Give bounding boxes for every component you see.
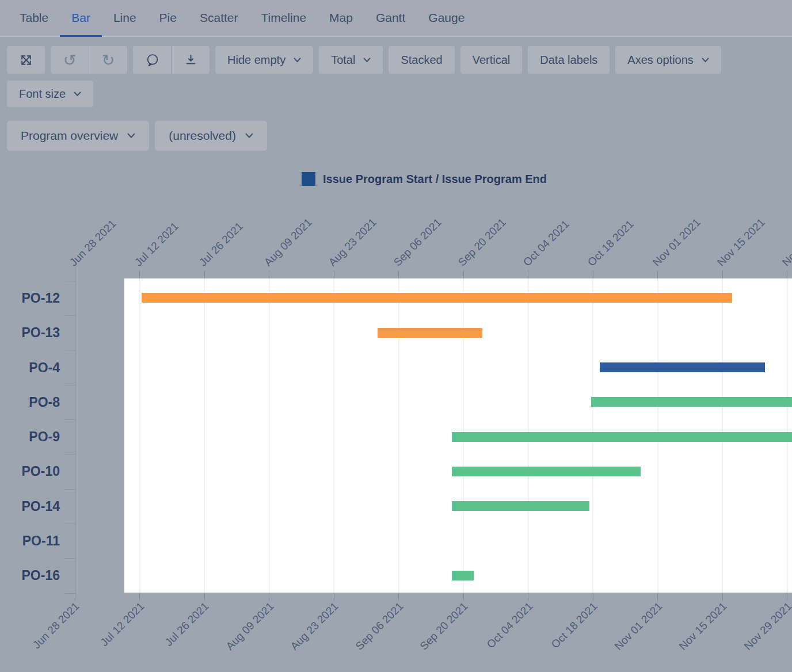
x-axis-label-top: Sep 20 2021 [455, 216, 509, 269]
font-size-label: Font size [19, 87, 66, 101]
toolbar-row1: ↺ ↻ Hide empty Total Sta [7, 46, 721, 74]
total-button[interactable]: Total [319, 46, 383, 74]
chevron-down-icon [702, 58, 709, 63]
bar-chart: Jun 28 2021Jun 28 2021Jul 12 2021Jul 12 … [0, 0, 792, 672]
y-axis-label-po-10: PO-10 [10, 464, 60, 479]
x-axis-label-bottom: Aug 09 2021 [223, 600, 276, 653]
bar-po-8[interactable] [591, 397, 792, 407]
axes-options-button[interactable]: Axes options [615, 46, 721, 74]
x-axis-label-top: Nov 15 2021 [714, 216, 768, 269]
download-button[interactable] [172, 46, 210, 74]
data-labels-button[interactable]: Data labels [528, 46, 610, 74]
report-select[interactable]: Program overview [7, 121, 149, 151]
chevron-down-icon [294, 58, 301, 63]
x-axis-label-bottom: Oct 04 2021 [483, 600, 535, 651]
expand-button[interactable] [7, 46, 45, 74]
chevron-down-icon [363, 58, 371, 63]
bar-po-14[interactable] [452, 501, 589, 511]
x-axis-label-bottom: Aug 23 2021 [288, 600, 341, 653]
gridline [269, 278, 270, 593]
bar-po-12[interactable] [142, 293, 732, 303]
y-axis-tick [65, 558, 75, 559]
y-axis-tick [65, 385, 75, 385]
tab-timeline[interactable]: Timeline [249, 0, 318, 36]
x-axis-tick-bottom [787, 593, 787, 601]
vertical-button[interactable]: Vertical [460, 46, 523, 74]
undo-button[interactable]: ↺ [51, 46, 89, 74]
y-axis-tick [65, 524, 75, 524]
axes-options-label: Axes options [627, 54, 694, 67]
x-axis-tick-top [657, 270, 658, 278]
x-axis-label-top: Oct 04 2021 [520, 217, 572, 269]
x-axis-tick-top [398, 270, 399, 278]
toolbar-row2: Font size [7, 81, 93, 107]
resolution-select[interactable]: (unresolved) [155, 121, 267, 151]
download-icon [184, 53, 198, 67]
y-axis-label-po-9: PO-9 [10, 429, 60, 444]
x-axis-label-top: Nov 29 2021 [779, 216, 792, 269]
chevron-down-icon [127, 133, 135, 139]
x-axis-label-bottom: Jun 28 2021 [30, 600, 82, 652]
x-axis-label-top: Jul 12 2021 [132, 220, 181, 269]
x-axis-tick-bottom [722, 593, 723, 601]
stacked-button[interactable]: Stacked [389, 46, 454, 74]
x-axis-tick-bottom [463, 593, 464, 601]
tab-map[interactable]: Map [318, 0, 364, 36]
legend-item[interactable]: Issue Program Start / Issue Program End [302, 172, 547, 186]
gridline [398, 278, 399, 593]
y-axis-label-po-16: PO-16 [10, 568, 60, 583]
undo-redo-group: ↺ ↻ [51, 46, 127, 74]
resolution-select-label: (unresolved) [169, 129, 236, 143]
data-labels-label: Data labels [540, 54, 597, 67]
bar-po-16[interactable] [452, 571, 474, 581]
hide-empty-button[interactable]: Hide empty [215, 46, 313, 74]
x-axis-label-top: Jun 28 2021 [67, 217, 119, 269]
tab-bar[interactable]: Bar [60, 0, 102, 36]
x-axis-label-bottom: Oct 18 2021 [549, 600, 600, 651]
legend-swatch [302, 172, 315, 186]
comment-download-group [133, 46, 210, 74]
x-axis-tick-top [204, 270, 205, 278]
undo-icon: ↺ [63, 52, 77, 68]
tab-line[interactable]: Line [102, 0, 148, 36]
x-axis-label-top: Sep 06 2021 [391, 216, 444, 269]
bar-po-4[interactable] [600, 362, 765, 372]
x-axis-label-bottom: Nov 01 2021 [611, 600, 665, 653]
gridline [204, 278, 205, 593]
bar-po-10[interactable] [452, 467, 641, 476]
vertical-label: Vertical [473, 54, 511, 67]
bar-po-9[interactable] [452, 432, 792, 442]
chevron-down-icon [74, 91, 81, 97]
y-axis-tick [65, 454, 75, 455]
tab-gantt[interactable]: Gantt [364, 0, 417, 36]
y-axis-tick [65, 489, 75, 490]
redo-icon: ↻ [102, 52, 115, 68]
gridline [333, 278, 334, 593]
x-axis-label-bottom: Nov 15 2021 [676, 600, 730, 653]
expand-icon [19, 53, 33, 67]
y-axis-tick [65, 419, 75, 420]
selector-row: Program overview (unresolved) [7, 121, 267, 151]
x-axis-tick-bottom [334, 593, 334, 601]
tab-scatter[interactable]: Scatter [188, 0, 250, 36]
y-axis-tick [65, 350, 75, 350]
x-axis-tick-top [722, 270, 723, 278]
x-axis-tick-bottom [269, 593, 269, 601]
tab-table[interactable]: Table [8, 0, 60, 36]
y-axis-tick [65, 281, 75, 281]
y-axis-label-po-4: PO-4 [10, 360, 60, 375]
x-axis-tick-bottom [398, 593, 399, 601]
hide-empty-label: Hide empty [227, 54, 285, 67]
tab-gauge[interactable]: Gauge [417, 0, 476, 36]
x-axis-tick-top [334, 270, 334, 278]
gridline [139, 278, 140, 593]
y-axis-label-po-11: PO-11 [10, 533, 60, 548]
font-size-button[interactable]: Font size [7, 81, 93, 107]
tab-pie[interactable]: Pie [148, 0, 188, 36]
x-axis-label-top: Oct 18 2021 [585, 217, 637, 269]
bar-po-13[interactable] [378, 328, 482, 338]
redo-button[interactable]: ↻ [89, 46, 127, 74]
comment-button[interactable] [133, 46, 171, 74]
report-select-label: Program overview [21, 129, 118, 143]
y-axis-label-po-13: PO-13 [10, 325, 60, 340]
